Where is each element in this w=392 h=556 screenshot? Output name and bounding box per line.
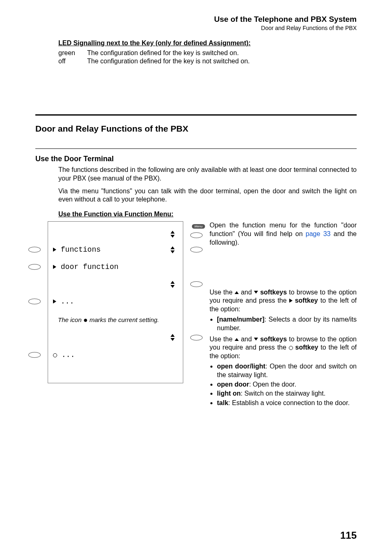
page-link[interactable]: page 33 bbox=[306, 230, 331, 237]
list-item: open door: Open the door. bbox=[217, 380, 357, 389]
list-item: open door/light: Open the door and switc… bbox=[217, 362, 357, 380]
softkey-icon bbox=[28, 264, 41, 270]
open-circle-icon bbox=[289, 346, 293, 350]
menu-item-door-function: door function bbox=[61, 263, 118, 271]
instruction-text: Use the and softkeys to browse to the op… bbox=[210, 335, 357, 361]
led-heading: LED Signalling next to the Key (only for… bbox=[58, 39, 357, 47]
scroll-icon bbox=[171, 231, 175, 238]
header-subtitle: Door and Relay Functions of the PBX bbox=[35, 25, 357, 31]
led-value: The configuration defined for the key is… bbox=[87, 58, 250, 65]
section-heading: Door and Relay Functions of the PBX bbox=[35, 124, 357, 134]
subsection-divider bbox=[35, 148, 357, 149]
instruction-text: Use the and softkeys to browse to the op… bbox=[210, 288, 357, 314]
menu-item-functions: functions bbox=[61, 246, 101, 254]
list-item: light on: Switch on the stairway light. bbox=[217, 389, 357, 398]
triangle-right-icon bbox=[53, 248, 56, 252]
diagram-note: The icon ● marks the current setting. bbox=[58, 315, 173, 325]
caret-up-icon bbox=[235, 291, 239, 294]
scroll-icon bbox=[171, 246, 175, 253]
paragraph: Via the menu "functions" you can talk wi… bbox=[58, 187, 357, 204]
softkey-icon bbox=[28, 352, 41, 358]
caret-up-icon bbox=[235, 338, 239, 341]
led-value: The configuration defined for the key is… bbox=[87, 49, 239, 57]
list-item: talk: Establish a voice connection to th… bbox=[217, 399, 357, 408]
triangle-right-icon bbox=[53, 265, 56, 269]
led-key: off bbox=[58, 58, 87, 65]
softkey-icon bbox=[190, 335, 203, 341]
filled-dot-icon: ● bbox=[83, 316, 88, 324]
open-circle-icon bbox=[53, 353, 57, 357]
caret-down-icon bbox=[254, 338, 258, 341]
led-key: green bbox=[58, 49, 87, 57]
menu-badge: Menu bbox=[192, 224, 205, 229]
scroll-icon bbox=[171, 281, 175, 288]
device-diagram: Menu functions bbox=[35, 221, 200, 410]
option-placeholder: ... bbox=[61, 297, 74, 306]
instruction-text: Open the function menu for the function … bbox=[210, 221, 357, 247]
list-item: [name/number]: Selects a door by its nam… bbox=[217, 315, 357, 333]
section-divider bbox=[35, 114, 357, 116]
led-row: green The configuration defined for the … bbox=[58, 49, 357, 57]
triangle-right-icon bbox=[289, 299, 293, 303]
instructions-column: Open the function menu for the function … bbox=[200, 221, 357, 410]
triangle-right-icon bbox=[53, 299, 56, 303]
page-number: 115 bbox=[340, 530, 357, 541]
function-menu-heading: Use the Function via Function Menu: bbox=[58, 211, 357, 218]
softkey-icon bbox=[28, 299, 41, 304]
paragraph: The functions described in the following… bbox=[58, 166, 357, 183]
option-placeholder: ... bbox=[62, 351, 75, 359]
header-title: Use of the Telephone and PBX System bbox=[35, 15, 357, 24]
caret-down-icon bbox=[254, 291, 258, 294]
subsection-heading: Use the Door Terminal bbox=[35, 155, 357, 163]
scroll-icon bbox=[171, 334, 175, 341]
softkey-icon bbox=[28, 247, 41, 253]
led-table: green The configuration defined for the … bbox=[58, 49, 357, 65]
led-row: off The configuration defined for the ke… bbox=[58, 58, 357, 65]
